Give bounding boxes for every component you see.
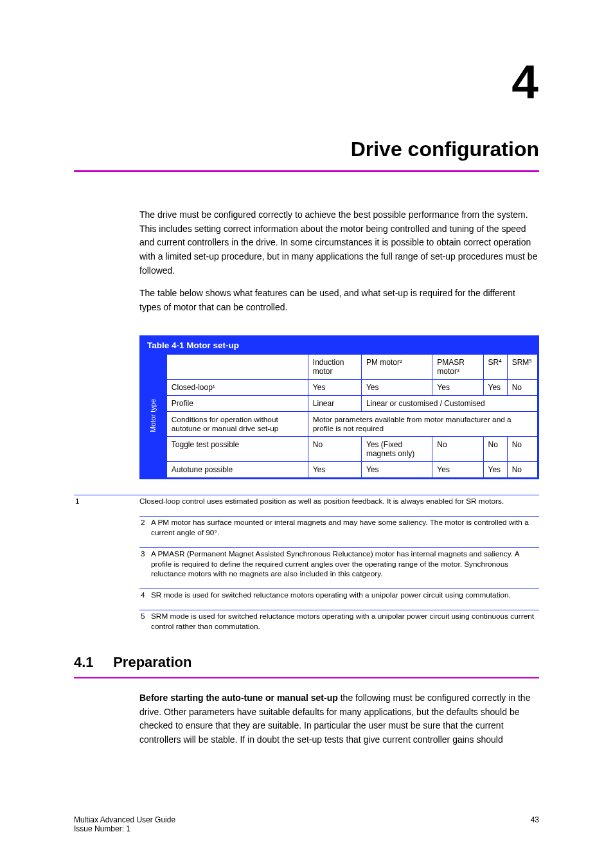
page-footer: Multiax Advanced User Guide Issue Number… bbox=[74, 815, 539, 833]
footnotes: 1 Closed-loop control uses estimated pos… bbox=[74, 495, 539, 632]
footnote-4: 4 SR mode is used for switched reluctanc… bbox=[139, 589, 539, 601]
intro-paragraph-2: The table below shows what features can … bbox=[139, 287, 539, 314]
divider-magenta bbox=[74, 170, 539, 172]
table-col-srm: SRM⁵ bbox=[507, 354, 537, 379]
chapter-title: Drive configuration bbox=[74, 137, 539, 161]
footer-page-number: 43 bbox=[531, 815, 539, 833]
footnote-5: 5 SRM mode is used for switched reluctan… bbox=[139, 610, 539, 632]
table-row-profile: Profile Linear Linear or customised / Cu… bbox=[166, 395, 537, 411]
intro-text: The drive must be configured correctly t… bbox=[139, 208, 539, 315]
section-body: Before starting the auto-tune or manual … bbox=[139, 691, 539, 747]
table-col-blank bbox=[166, 354, 308, 379]
section-lead: Before starting the auto-tune or manual … bbox=[139, 693, 338, 703]
table-row-toggle: Toggle test possible No Yes (Fixed magne… bbox=[166, 436, 537, 461]
intro-paragraph-1: The drive must be configured correctly t… bbox=[139, 208, 539, 278]
table-row-conditions: Conditions for operation without autotun… bbox=[166, 411, 537, 436]
table-col-pmasr: PMASR motor³ bbox=[432, 354, 483, 379]
motor-setup-table: Table 4-1 Motor set-up Motor type Induct… bbox=[139, 335, 539, 479]
section-heading: 4.1 Preparation bbox=[74, 654, 539, 671]
table-row-closedloop: Closed-loop¹ Yes Yes Yes Yes No bbox=[166, 379, 537, 395]
table-side-label: Motor type bbox=[141, 354, 166, 478]
table-col-induction: Induction motor bbox=[308, 354, 361, 379]
chapter-number: 4 bbox=[74, 54, 539, 109]
table-header-row: Induction motor PM motor² PMASR motor³ S… bbox=[166, 354, 537, 379]
divider-magenta-thin bbox=[74, 677, 539, 678]
footnote-1: 1 Closed-loop control uses estimated pos… bbox=[74, 495, 539, 507]
table-title: Table 4-1 Motor set-up bbox=[141, 337, 538, 354]
table-col-pm: PM motor² bbox=[361, 354, 432, 379]
table-col-sr: SR⁴ bbox=[483, 354, 507, 379]
footnote-3: 3 A PMASR (Permanent Magnet Assisted Syn… bbox=[139, 547, 539, 580]
footer-issue: Issue Number: 1 bbox=[74, 824, 175, 833]
footnote-2: 2 A PM motor has surface mounted or inte… bbox=[139, 516, 539, 538]
footer-title: Multiax Advanced User Guide bbox=[74, 815, 175, 824]
table-row-autotune: Autotune possible Yes Yes Yes Yes No bbox=[166, 461, 537, 477]
